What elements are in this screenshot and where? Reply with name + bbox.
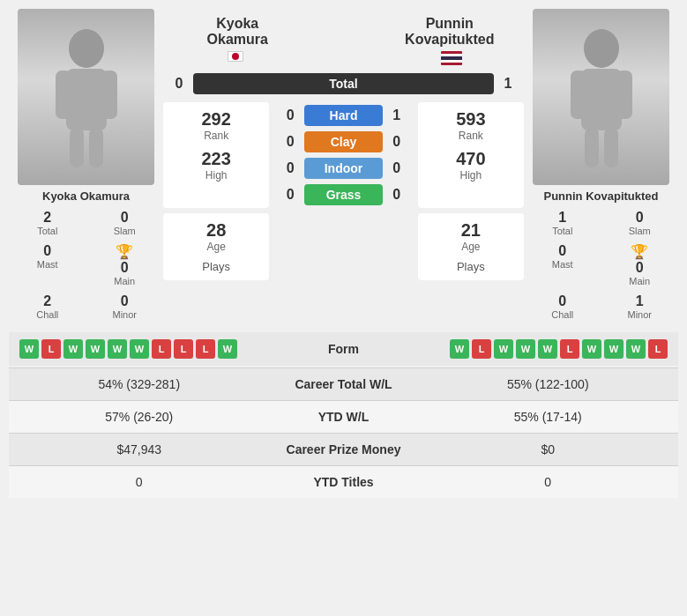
main-container: Kyoka Okamura 2 Total 0 Slam 0 Mast 🏆 0 [0,0,687,507]
career-total-right: 55% (122-100) [432,377,665,391]
career-total-row: 54% (329-281) Career Total W/L 55% (122-… [9,367,678,400]
prize-label: Career Prize Money [256,442,432,456]
form-badge-w: W [450,339,469,359]
left-slam-label: Slam [88,226,162,236]
total-left-score: 0 [170,76,188,92]
left-minor-value: 0 [88,293,162,309]
ytd-wl-right: 55% (17-14) [432,410,665,424]
indoor-btn: Indoor [304,158,382,179]
svg-rect-10 [585,128,599,167]
form-badge-w: W [130,339,149,359]
clay-btn: Clay [304,131,382,152]
left-minor-label: Minor [88,309,162,320]
svg-rect-3 [101,71,117,119]
hard-right-score: 1 [388,108,406,123]
right-rank-row: 593 Rank [425,109,517,142]
grass-row: 0 Grass 0 [274,182,412,208]
right-slam-value: 0 [603,210,677,226]
right-mast-cell: 0 Mast [524,240,601,290]
left-player-photo [18,9,154,185]
right-player-card: Punnin Kovapitukted 1 Total 0 Slam 0 Mas… [524,9,678,323]
right-age-plays-panel: 21 Age Plays [418,213,524,280]
left-high-row: 223 High [170,149,262,182]
career-total-left: 54% (329-281) [23,377,256,391]
right-chall-value: 0 [526,293,600,309]
svg-rect-7 [581,69,622,130]
left-high-label: High [205,169,228,182]
ytd-wl-left: 57% (26-20) [23,410,256,424]
total-right-score: 1 [499,76,517,92]
svg-rect-11 [604,128,618,167]
left-main-label: Main [88,276,162,286]
ytd-titles-left: 0 [23,475,256,489]
left-age-row: 28 Age [170,220,262,253]
right-total-label: Total [526,226,600,236]
total-btn: Total [193,73,494,94]
left-age-plays-panel: 28 Age Plays [163,213,269,280]
form-badge-l: L [41,339,61,359]
center-names-row: Kyoka Okamura Punnin Kovapitukted [163,9,524,51]
grass-right-score: 0 [388,187,406,203]
right-chall-label: Chall [526,309,600,320]
ytd-wl-label: YTD W/L [256,410,432,424]
players-section: Kyoka Okamura 2 Total 0 Slam 0 Mast 🏆 0 [9,9,678,323]
left-rank-value: 292 [201,109,230,130]
form-badge-l: L [560,339,579,359]
right-total-cell: 1 Total [524,206,601,240]
left-high-value: 223 [201,149,230,169]
right-high-value: 470 [456,149,485,169]
right-trophy-icon: 🏆 [603,243,677,260]
clay-right-score: 0 [388,134,406,150]
right-plays-label: Plays [425,260,517,273]
form-badge-w: W [582,339,601,359]
svg-rect-8 [571,71,586,119]
form-section: WLWWWWLLLW Form WLWWWLWWWL [9,332,678,366]
right-mast-label: Mast [526,259,600,270]
right-high-label: High [460,169,482,182]
indoor-row: 0 Indoor 0 [274,155,412,182]
form-badge-l: L [472,339,491,359]
svg-rect-4 [70,128,84,167]
form-badge-w: W [538,339,557,359]
prize-row: $47,943 Career Prize Money $0 [9,433,678,465]
svg-rect-1 [66,69,107,130]
left-chall-cell: 2 Chall [9,290,86,323]
right-player-photo [533,9,669,185]
ytd-titles-label: YTD Titles [256,475,432,489]
right-stats-panel: 593 Rank 470 High [418,102,524,208]
right-age-row: 21 Age [425,220,517,253]
clay-row: 0 Clay 0 [274,129,412,155]
svg-point-0 [69,29,104,68]
hard-btn: Hard [304,105,382,126]
left-stats-panel: 292 Rank 223 High [163,102,269,208]
left-mast-cell: 0 Mast [9,240,86,290]
left-stats-grid: 2 Total 0 Slam 0 Mast 🏆 0 Main 2 [9,206,163,323]
prize-left: $47,943 [23,442,256,456]
left-player-name: Kyoka Okamura [39,189,133,203]
form-badge-l: L [196,339,215,359]
left-total-label: Total [11,226,85,236]
age-plays-row: 28 Age Plays 21 Age Plays [163,213,524,280]
svg-rect-2 [56,71,71,119]
form-badge-l: L [648,339,668,359]
form-badge-w: W [19,339,39,359]
left-form: WLWWWWLLLW [19,339,287,359]
left-minor-cell: 0 Minor [86,290,164,323]
right-chall-cell: 0 Chall [524,290,601,323]
left-age-label: Age [206,241,225,253]
left-chall-label: Chall [11,309,85,320]
indoor-right-score: 0 [388,160,406,176]
hard-left-score: 0 [281,108,299,123]
svg-point-6 [584,29,619,68]
left-plays-label: Plays [170,260,262,273]
total-row: 0 Total 1 [163,71,524,97]
hard-row: 0 Hard 1 [274,102,412,129]
career-total-label: Career Total W/L [256,377,432,391]
right-high-row: 470 High [425,149,517,182]
indoor-left-score: 0 [281,160,299,176]
form-badge-w: W [516,339,535,359]
form-badge-w: W [108,339,127,359]
ytd-titles-row: 0 YTD Titles 0 [9,465,678,498]
clay-left-score: 0 [281,134,299,150]
left-chall-value: 2 [11,293,85,309]
